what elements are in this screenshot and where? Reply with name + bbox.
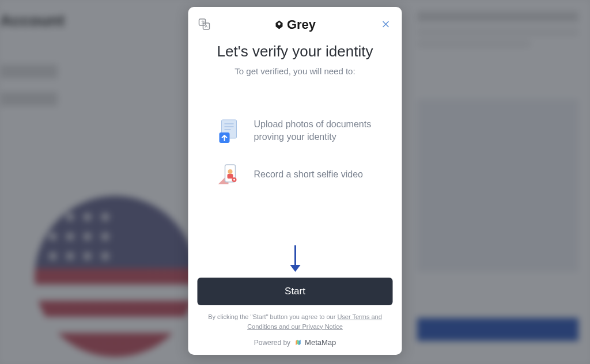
svg-text:文: 文 [201,20,205,24]
close-button[interactable] [379,17,393,31]
powered-by-label: Powered by [254,339,290,347]
svg-point-15 [233,179,235,181]
verification-modal: 文 A Grey Let's verify your identity To g… [188,7,402,355]
selfie-video-icon [215,160,244,189]
disclaimer-pretext: By clicking the "Start" button you agree… [208,313,337,320]
modal-header: 文 A Grey [198,17,393,32]
language-icon[interactable]: 文 A [198,17,211,31]
metamap-icon [294,338,302,347]
svg-text:A: A [205,24,208,28]
step-text: Record a short selfie video [254,168,363,181]
brand-name: Grey [287,17,316,32]
brand-icon [274,20,285,30]
modal-title: Let's verify your identity [198,43,393,60]
powered-by-brand: MetaMap [294,338,336,347]
document-upload-icon [215,116,244,145]
step-text: Upload photos of documents proving your … [254,118,376,144]
svg-rect-13 [228,174,233,179]
brand-logo: Grey [274,17,316,32]
step-upload-documents: Upload photos of documents proving your … [215,116,376,145]
powered-by-brand-name: MetaMap [305,338,336,347]
powered-by: Powered by MetaMap [198,338,393,347]
disclaimer-text: By clicking the "Start" button you agree… [198,312,393,331]
svg-point-12 [228,169,233,174]
modal-subtitle: To get verified, you will need to: [198,66,393,76]
step-list: Upload photos of documents proving your … [198,116,393,228]
close-icon [381,19,391,29]
start-button[interactable]: Start [198,278,393,305]
arrow-down-icon [289,244,301,273]
step-selfie-video: Record a short selfie video [215,160,376,189]
